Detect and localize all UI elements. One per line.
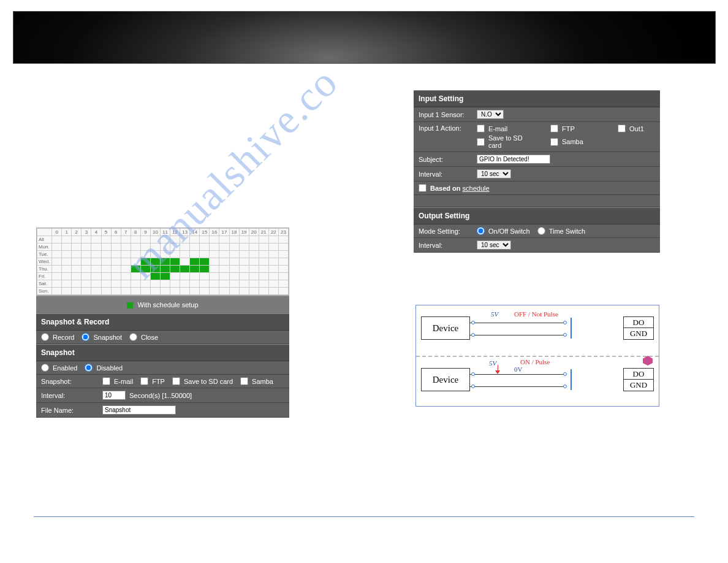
schedule-cell[interactable] [170,266,180,273]
schedule-cell[interactable] [210,258,219,266]
schedule-cell[interactable] [239,266,249,273]
schedule-cell[interactable] [268,280,278,288]
schedule-cell[interactable] [52,280,62,288]
schedule-cell[interactable] [190,280,200,288]
schedule-cell[interactable] [121,258,131,266]
schedule-cell[interactable] [160,258,170,266]
schedule-cell[interactable] [160,288,170,295]
schedule-cell[interactable] [278,243,288,251]
schedule-cell[interactable] [180,258,190,266]
schedule-cell[interactable] [131,258,140,266]
schedule-cell[interactable] [111,280,121,288]
schedule-cell[interactable] [82,258,91,266]
check-based-on-schedule[interactable]: Based on schedule [419,184,490,192]
check-samba[interactable]: Samba [240,377,273,385]
radio-record[interactable]: Record [41,333,74,341]
schedule-cell[interactable] [239,288,249,295]
schedule-cell[interactable] [210,273,219,280]
schedule-cell[interactable] [52,266,62,273]
schedule-cell[interactable] [239,236,249,243]
schedule-cell[interactable] [72,251,82,258]
schedule-cell[interactable] [91,273,101,280]
schedule-cell[interactable] [72,243,82,251]
input-interval-select[interactable]: 10 sec [477,169,511,178]
schedule-cell[interactable] [140,266,150,273]
schedule-cell[interactable] [62,266,72,273]
check-sd[interactable]: Save to SD card [477,134,532,149]
check-ftp[interactable]: FTP [550,124,599,132]
schedule-cell[interactable] [111,243,121,251]
schedule-cell[interactable] [121,243,131,251]
schedule-cell[interactable] [180,288,190,295]
schedule-cell[interactable] [190,288,200,295]
schedule-cell[interactable] [62,236,72,243]
schedule-cell[interactable] [101,243,111,251]
schedule-cell[interactable] [190,251,200,258]
schedule-cell[interactable] [82,266,91,273]
schedule-cell[interactable] [111,236,121,243]
schedule-cell[interactable] [259,280,268,288]
schedule-cell[interactable] [150,266,160,273]
check-samba[interactable]: Samba [550,134,583,149]
schedule-cell[interactable] [210,288,219,295]
schedule-cell[interactable] [239,243,249,251]
schedule-cell[interactable] [180,251,190,258]
subject-input[interactable] [477,155,550,164]
schedule-cell[interactable] [200,258,210,266]
schedule-cell[interactable] [91,266,101,273]
schedule-cell[interactable] [121,288,131,295]
schedule-cell[interactable] [190,258,200,266]
schedule-cell[interactable] [82,288,91,295]
schedule-cell[interactable] [160,251,170,258]
schedule-cell[interactable] [268,243,278,251]
schedule-cell[interactable] [91,280,101,288]
schedule-cell[interactable] [150,273,160,280]
schedule-cell[interactable] [259,258,268,266]
schedule-cell[interactable] [150,288,160,295]
schedule-cell[interactable] [121,273,131,280]
schedule-cell[interactable] [140,258,150,266]
schedule-cell[interactable] [180,266,190,273]
schedule-cell[interactable] [121,236,131,243]
schedule-cell[interactable] [259,243,268,251]
schedule-cell[interactable] [160,280,170,288]
schedule-cell[interactable] [160,273,170,280]
schedule-cell[interactable] [82,280,91,288]
schedule-cell[interactable] [268,236,278,243]
schedule-cell[interactable] [219,236,229,243]
schedule-cell[interactable] [72,258,82,266]
schedule-cell[interactable] [190,266,200,273]
schedule-cell[interactable] [278,280,288,288]
schedule-cell[interactable] [210,243,219,251]
radio-disabled[interactable]: Disabled [85,364,123,372]
radio-time[interactable]: Time Switch [537,227,586,235]
schedule-cell[interactable] [72,266,82,273]
schedule-cell[interactable] [229,280,239,288]
schedule-cell[interactable] [72,273,82,280]
schedule-cell[interactable] [170,280,180,288]
schedule-cell[interactable] [101,288,111,295]
check-email[interactable]: E-mail [102,377,133,385]
schedule-cell[interactable] [111,266,121,273]
schedule-cell[interactable] [170,258,180,266]
schedule-cell[interactable] [131,288,140,295]
schedule-cell[interactable] [72,280,82,288]
schedule-cell[interactable] [170,236,180,243]
check-out1[interactable]: Out1 [618,124,644,132]
schedule-cell[interactable] [111,251,121,258]
schedule-cell[interactable] [229,258,239,266]
schedule-cell[interactable] [200,280,210,288]
schedule-cell[interactable] [268,266,278,273]
schedule-cell[interactable] [219,288,229,295]
sensor-select[interactable]: N.O [477,110,504,119]
schedule-cell[interactable] [229,236,239,243]
schedule-cell[interactable] [259,273,268,280]
schedule-cell[interactable] [91,251,101,258]
schedule-cell[interactable] [91,288,101,295]
schedule-cell[interactable] [170,273,180,280]
schedule-cell[interactable] [180,280,190,288]
radio-enabled[interactable]: Enabled [41,364,77,372]
schedule-cell[interactable] [140,243,150,251]
schedule-cell[interactable] [170,288,180,295]
schedule-cell[interactable] [200,266,210,273]
